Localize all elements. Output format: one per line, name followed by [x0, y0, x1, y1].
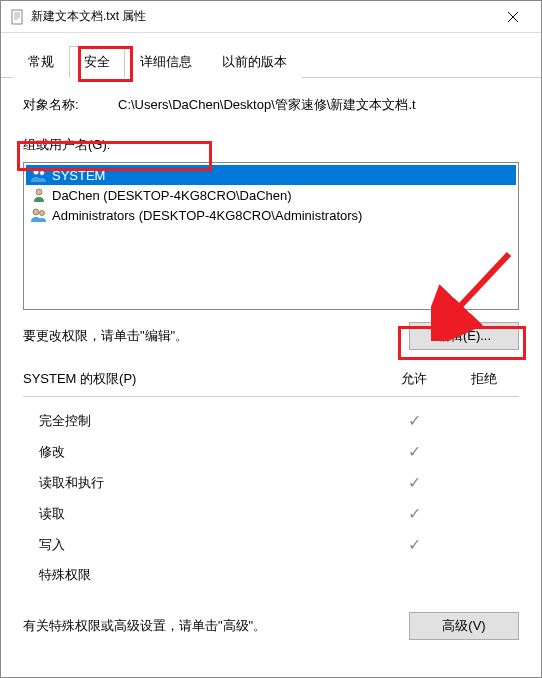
- permission-name: 写入: [39, 536, 379, 554]
- tab-previous-versions[interactable]: 以前的版本: [207, 46, 302, 78]
- list-item-label: SYSTEM: [52, 168, 105, 183]
- svg-point-9: [36, 189, 42, 195]
- group-or-users-label: 组或用户名(G):: [23, 136, 519, 154]
- list-item[interactable]: Administrators (DESKTOP-4KG8CRO\Administ…: [26, 205, 516, 225]
- svg-point-7: [33, 169, 39, 175]
- file-icon: [9, 9, 25, 25]
- permissions-header: SYSTEM 的权限(P) 允许 拒绝: [23, 370, 519, 397]
- edit-hint-text: 要更改权限，请单击"编辑"。: [23, 327, 188, 345]
- allow-col-header: 允许: [379, 370, 449, 388]
- properties-dialog: 新建文本文档.txt 属性 常规 安全 详细信息 以前的版本 对象名称: C:\…: [0, 0, 542, 678]
- permission-row: 读取 ✓: [23, 498, 519, 529]
- titlebar: 新建文本文档.txt 属性: [1, 1, 541, 33]
- permission-name: 读取: [39, 505, 379, 523]
- permission-name: 完全控制: [39, 412, 379, 430]
- svg-point-8: [40, 171, 45, 176]
- object-name-value: C:\Users\DaChen\Desktop\管家速修\新建文本文档.t: [118, 96, 519, 114]
- list-item[interactable]: DaChen (DESKTOP-4KG8CRO\DaChen): [26, 185, 516, 205]
- allow-check-icon: ✓: [379, 411, 449, 430]
- permission-name: 修改: [39, 443, 379, 461]
- tab-strip: 常规 安全 详细信息 以前的版本: [1, 33, 541, 78]
- tab-security[interactable]: 安全: [69, 46, 125, 78]
- svg-point-10: [33, 209, 39, 215]
- permission-row: 特殊权限: [23, 560, 519, 590]
- allow-check-icon: ✓: [379, 442, 449, 461]
- group-icon: [30, 167, 48, 183]
- allow-check-icon: ✓: [379, 504, 449, 523]
- permissions-header-name: SYSTEM 的权限(P): [23, 370, 379, 388]
- edit-permissions-row: 要更改权限，请单击"编辑"。 编辑(E)...: [23, 322, 519, 350]
- permission-row: 完全控制 ✓: [23, 405, 519, 436]
- close-button[interactable]: [493, 2, 533, 32]
- tab-details[interactable]: 详细信息: [125, 46, 207, 78]
- permission-row: 写入 ✓: [23, 529, 519, 560]
- advanced-hint-text: 有关特殊权限或高级设置，请单击"高级"。: [23, 617, 266, 635]
- tab-content: 对象名称: C:\Users\DaChen\Desktop\管家速修\新建文本文…: [1, 78, 541, 677]
- object-name-row: 对象名称: C:\Users\DaChen\Desktop\管家速修\新建文本文…: [23, 96, 519, 114]
- deny-col-header: 拒绝: [449, 370, 519, 388]
- advanced-button[interactable]: 高级(V): [409, 612, 519, 640]
- permission-row: 读取和执行 ✓: [23, 467, 519, 498]
- list-item-label: DaChen (DESKTOP-4KG8CRO\DaChen): [52, 188, 292, 203]
- window-title: 新建文本文档.txt 属性: [31, 8, 493, 25]
- permission-name: 读取和执行: [39, 474, 379, 492]
- edit-button[interactable]: 编辑(E)...: [409, 322, 519, 350]
- object-name-label: 对象名称:: [23, 96, 118, 114]
- list-item-label: Administrators (DESKTOP-4KG8CRO\Administ…: [52, 208, 362, 223]
- svg-point-11: [40, 211, 45, 216]
- group-icon: [30, 207, 48, 223]
- allow-check-icon: ✓: [379, 535, 449, 554]
- tab-general[interactable]: 常规: [13, 46, 69, 78]
- permissions-list: 完全控制 ✓ 修改 ✓ 读取和执行 ✓ 读取 ✓ 写入 ✓: [23, 397, 519, 598]
- permission-row: 修改 ✓: [23, 436, 519, 467]
- permission-name: 特殊权限: [39, 566, 379, 584]
- allow-check-icon: ✓: [379, 473, 449, 492]
- users-listbox[interactable]: SYSTEM DaChen (DESKTOP-4KG8CRO\DaChen): [23, 162, 519, 310]
- list-item[interactable]: SYSTEM: [26, 165, 516, 185]
- advanced-row: 有关特殊权限或高级设置，请单击"高级"。 高级(V): [23, 612, 519, 640]
- user-icon: [30, 187, 48, 203]
